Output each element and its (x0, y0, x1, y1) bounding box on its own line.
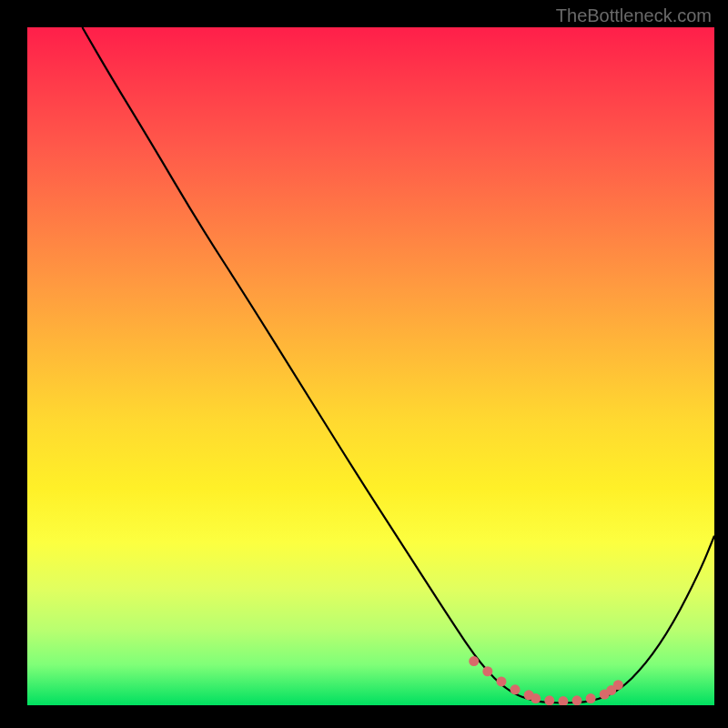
marker-dot (586, 693, 596, 703)
marker-dot (558, 696, 568, 705)
watermark-text: TheBottleneck.com (556, 5, 712, 26)
marker-dot (482, 666, 492, 676)
marker-dot (469, 656, 479, 666)
marker-dot (572, 695, 582, 705)
chart-svg (27, 27, 714, 705)
marker-dot (511, 684, 521, 694)
bottleneck-curve (82, 27, 714, 703)
marker-dot (613, 680, 623, 690)
marker-dot (531, 693, 541, 703)
marker-dot (496, 676, 506, 686)
marker-dot (544, 695, 554, 705)
plot-area (27, 27, 714, 705)
